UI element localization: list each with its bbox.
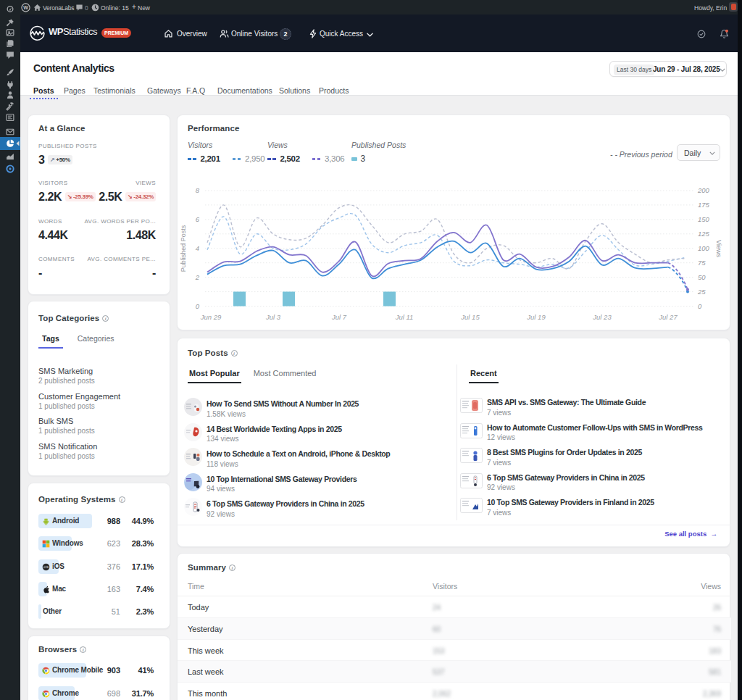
svg-text:Jul 23: Jul 23 [592, 313, 612, 321]
svg-text:25: 25 [697, 288, 706, 296]
svg-text:Jul 3: Jul 3 [265, 313, 281, 321]
svg-text:Published Posts: Published Posts [180, 225, 187, 272]
svg-text:100: 100 [698, 244, 710, 252]
svg-text:Jul 19: Jul 19 [526, 313, 546, 321]
svg-text:4: 4 [196, 244, 199, 252]
svg-text:Jul 7: Jul 7 [331, 313, 347, 321]
svg-text:Jul 27: Jul 27 [658, 313, 678, 321]
svg-text:150: 150 [698, 215, 710, 223]
svg-text:Jun 29: Jun 29 [200, 313, 222, 321]
svg-text:Jul 15: Jul 15 [460, 313, 480, 321]
svg-text:125: 125 [698, 230, 710, 238]
svg-text:Jul 11: Jul 11 [395, 313, 414, 321]
svg-text:0: 0 [698, 302, 702, 310]
svg-text:175: 175 [698, 201, 710, 209]
svg-text:6: 6 [196, 215, 200, 223]
svg-text:Views: Views [715, 240, 722, 257]
svg-text:2: 2 [195, 273, 200, 281]
svg-text:50: 50 [698, 273, 706, 281]
svg-text:8: 8 [196, 186, 200, 194]
svg-text:75: 75 [698, 259, 706, 267]
svg-text:200: 200 [697, 186, 710, 194]
svg-text:iOS: iOS [43, 565, 49, 569]
svg-text:W: W [23, 5, 28, 11]
svg-text:0: 0 [196, 302, 200, 310]
